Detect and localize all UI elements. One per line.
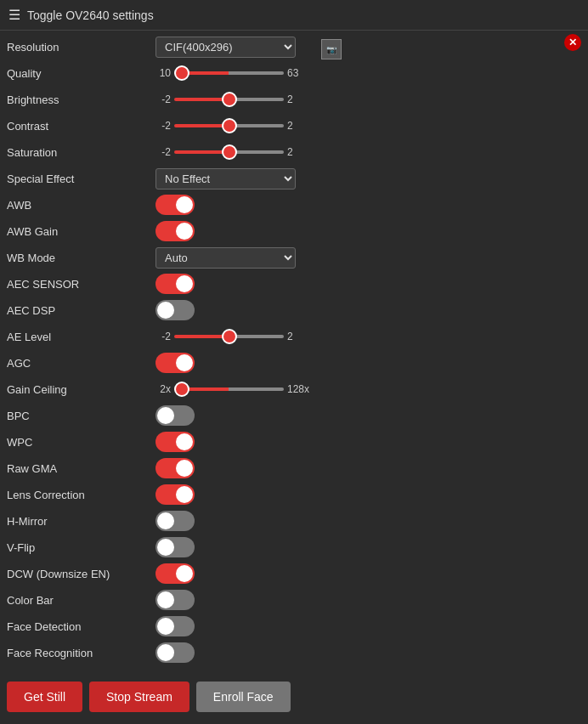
wpc-label: WPC bbox=[7, 436, 155, 449]
aec-dsp-row: AEC DSP bbox=[7, 299, 308, 321]
color-bar-toggle[interactable] bbox=[155, 590, 195, 610]
stop-stream-button[interactable]: Stop Stream bbox=[89, 682, 189, 712]
agc-label: AGC bbox=[7, 357, 155, 370]
dcw-label: DCW (Downsize EN) bbox=[7, 568, 155, 580]
ae-level-min: -2 bbox=[155, 331, 171, 342]
resolution-row: Resolution UXGA(1600x1200) SXGA(1280x102… bbox=[7, 36, 308, 58]
contrast-slider-container: -2 2 bbox=[155, 120, 308, 132]
awb-gain-label: AWB Gain bbox=[7, 225, 155, 238]
agc-row: AGC bbox=[7, 352, 308, 374]
lens-correction-toggle[interactable] bbox=[155, 484, 195, 505]
face-recognition-control bbox=[155, 642, 308, 663]
agc-control bbox=[155, 353, 308, 373]
gain-ceiling-slider[interactable] bbox=[174, 387, 284, 391]
resolution-label: Resolution bbox=[7, 41, 155, 54]
raw-gma-label: Raw GMA bbox=[7, 462, 155, 475]
saturation-min: -2 bbox=[155, 146, 171, 158]
bottom-buttons: Get Still Stop Stream Enroll Face bbox=[0, 673, 588, 721]
awb-label: AWB bbox=[7, 199, 155, 212]
brightness-row: Brightness -2 2 bbox=[7, 88, 308, 110]
quality-min: 10 bbox=[155, 67, 171, 79]
agc-toggle[interactable] bbox=[155, 353, 195, 373]
header: ☰ Toggle OV2640 settings bbox=[0, 0, 588, 31]
quality-slider-container: 10 63 bbox=[155, 67, 308, 79]
aec-dsp-control bbox=[155, 300, 308, 320]
special-effect-control: No Effect Negative Grayscale Red Tint Gr… bbox=[155, 168, 308, 189]
face-detection-control bbox=[155, 616, 308, 636]
gain-ceiling-slider-container: 2x 128x bbox=[155, 383, 309, 395]
v-flip-label: V-Flip bbox=[7, 541, 155, 554]
v-flip-control bbox=[155, 537, 308, 557]
raw-gma-toggle[interactable] bbox=[155, 458, 195, 478]
contrast-max: 2 bbox=[287, 120, 308, 132]
saturation-slider-container: -2 2 bbox=[155, 146, 308, 158]
raw-gma-row: Raw GMA bbox=[7, 457, 308, 479]
awb-control bbox=[155, 195, 308, 215]
quality-row: Quality 10 63 bbox=[7, 62, 308, 84]
h-mirror-toggle[interactable] bbox=[155, 511, 195, 531]
aec-sensor-toggle[interactable] bbox=[155, 274, 195, 294]
contrast-slider[interactable] bbox=[174, 124, 284, 127]
ae-level-label: AE Level bbox=[7, 331, 155, 343]
brightness-max: 2 bbox=[287, 93, 308, 105]
face-detection-toggle[interactable] bbox=[155, 616, 195, 636]
color-bar-row: Color Bar bbox=[7, 589, 308, 611]
face-detection-row: Face Detection bbox=[7, 615, 308, 637]
awb-gain-row: AWB Gain bbox=[7, 220, 308, 242]
bpc-row: BPC bbox=[7, 404, 308, 427]
aec-sensor-control bbox=[155, 274, 308, 294]
hamburger-icon[interactable]: ☰ bbox=[8, 7, 20, 23]
quality-slider[interactable] bbox=[174, 71, 284, 75]
v-flip-toggle[interactable] bbox=[155, 537, 195, 557]
gain-ceiling-min: 2x bbox=[155, 383, 171, 395]
awb-row: AWB bbox=[7, 194, 308, 216]
brightness-slider[interactable] bbox=[174, 98, 284, 101]
special-effect-label: Special Effect bbox=[7, 173, 155, 185]
saturation-max: 2 bbox=[287, 146, 308, 158]
gain-ceiling-label: Gain Ceiling bbox=[7, 383, 155, 396]
bpc-control bbox=[155, 405, 308, 426]
wpc-toggle[interactable] bbox=[155, 432, 195, 452]
camera-panel: 📷 ✕ bbox=[314, 31, 588, 673]
v-flip-row: V-Flip bbox=[7, 536, 308, 558]
h-mirror-control bbox=[155, 511, 308, 531]
awb-gain-toggle[interactable] bbox=[155, 221, 195, 241]
lens-correction-control bbox=[155, 484, 308, 505]
enroll-face-button[interactable]: Enroll Face bbox=[196, 682, 291, 712]
settings-panel: Resolution UXGA(1600x1200) SXGA(1280x102… bbox=[0, 31, 314, 673]
face-recognition-toggle[interactable] bbox=[155, 642, 195, 663]
quality-label: Quality bbox=[7, 67, 155, 80]
get-still-button[interactable]: Get Still bbox=[7, 682, 82, 712]
aec-dsp-label: AEC DSP bbox=[7, 304, 155, 317]
contrast-control: -2 2 bbox=[155, 120, 308, 132]
dcw-control bbox=[155, 563, 308, 584]
resolution-select[interactable]: UXGA(1600x1200) SXGA(1280x1024) XGA(1024… bbox=[155, 37, 296, 58]
wb-mode-label: WB Mode bbox=[7, 252, 155, 264]
aec-sensor-label: AEC SENSOR bbox=[7, 278, 155, 291]
bpc-toggle[interactable] bbox=[155, 405, 195, 426]
brightness-min: -2 bbox=[155, 93, 171, 105]
wb-mode-select[interactable]: Auto Sunny Cloudy Office Home bbox=[155, 247, 296, 269]
ae-level-slider[interactable] bbox=[174, 335, 284, 338]
dcw-row: DCW (Downsize EN) bbox=[7, 563, 308, 585]
color-bar-label: Color Bar bbox=[7, 594, 155, 607]
special-effect-select[interactable]: No Effect Negative Grayscale Red Tint Gr… bbox=[155, 168, 296, 189]
lens-correction-row: Lens Correction bbox=[7, 484, 308, 506]
special-effect-row: Special Effect No Effect Negative Graysc… bbox=[7, 167, 308, 189]
contrast-min: -2 bbox=[155, 120, 171, 132]
close-button[interactable]: ✕ bbox=[564, 34, 581, 51]
dcw-toggle[interactable] bbox=[155, 563, 195, 584]
awb-toggle[interactable] bbox=[155, 195, 195, 215]
brightness-label: Brightness bbox=[7, 93, 155, 106]
saturation-slider[interactable] bbox=[174, 150, 284, 154]
header-title: Toggle OV2640 settings bbox=[27, 8, 154, 22]
face-recognition-label: Face Recognition bbox=[7, 647, 155, 659]
contrast-label: Contrast bbox=[7, 120, 155, 133]
aec-dsp-toggle[interactable] bbox=[155, 300, 195, 320]
brightness-control: -2 2 bbox=[155, 93, 308, 105]
ae-level-slider-container: -2 2 bbox=[155, 331, 308, 342]
wpc-control bbox=[155, 432, 308, 452]
wb-mode-control: Auto Sunny Cloudy Office Home bbox=[155, 247, 308, 269]
saturation-control: -2 2 bbox=[155, 146, 308, 158]
face-recognition-row: Face Recognition bbox=[7, 642, 308, 664]
